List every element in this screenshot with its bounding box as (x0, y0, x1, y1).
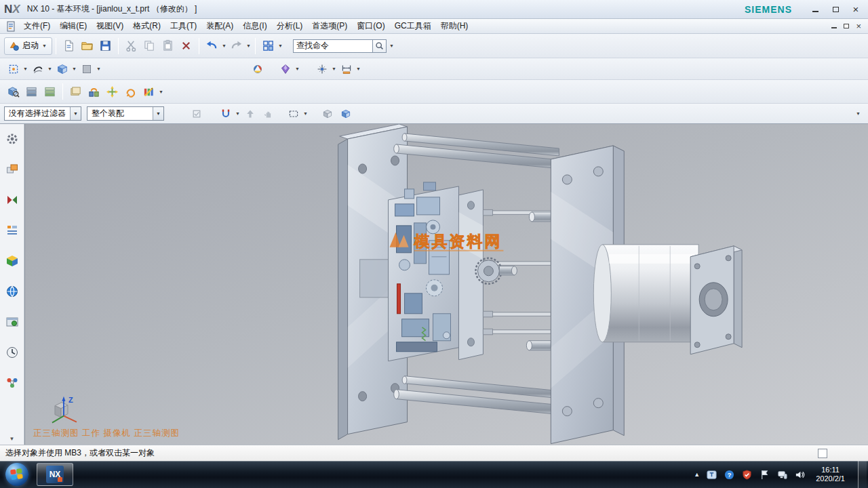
part-navigator-icon[interactable] (3, 221, 22, 240)
measure-button[interactable] (337, 60, 355, 78)
material-edit-button[interactable] (276, 60, 294, 78)
window-maximize-button[interactable] (830, 5, 841, 14)
action-center-flag-icon[interactable] (759, 469, 770, 481)
find-command-dropdown[interactable]: ▼ (389, 43, 395, 48)
mold-core-assembly[interactable] (389, 182, 459, 361)
toolbar-overflow-button[interactable]: ▼ (855, 111, 861, 116)
copy-button[interactable] (140, 37, 159, 55)
child-restore-button[interactable] (844, 24, 849, 28)
servo-motor[interactable] (593, 245, 698, 342)
render-style-dropdown[interactable]: ▼ (47, 66, 53, 71)
system-materials-icon[interactable] (3, 373, 22, 392)
save-button[interactable] (96, 37, 115, 55)
taskbar-clock[interactable]: 16:11 2020/2/1 (816, 466, 845, 483)
menu-view[interactable]: 视图(V) (92, 19, 128, 33)
menu-help[interactable]: 帮助(H) (436, 19, 473, 33)
cut-button[interactable] (122, 37, 140, 55)
fit-view-dropdown[interactable]: ▼ (22, 66, 28, 71)
menu-window[interactable]: 窗口(O) (352, 19, 389, 33)
hd3d-tools-icon[interactable] (3, 312, 22, 331)
snap-enable-dropdown[interactable]: ▼ (235, 111, 241, 116)
menu-tools[interactable]: 工具(T) (165, 19, 201, 33)
child-minimize-button[interactable] (831, 24, 837, 28)
shaded-view-button[interactable] (53, 60, 71, 78)
general-object-button[interactable] (318, 104, 336, 123)
undo-button[interactable] (203, 37, 221, 55)
menu-analysis[interactable]: 分析(L) (272, 19, 308, 33)
measure-dropdown[interactable]: ▼ (355, 66, 361, 71)
show-desktop-button[interactable] (858, 461, 867, 488)
bookmark-button[interactable] (66, 83, 85, 101)
highlight-selection-button[interactable] (187, 104, 205, 123)
open-file-button[interactable] (78, 37, 96, 55)
background-color-button[interactable] (77, 60, 96, 78)
touch-mode-dropdown[interactable]: ▼ (277, 43, 283, 48)
nx-taskbar-button[interactable]: NX (37, 463, 73, 486)
open-by-proximity-button[interactable] (22, 83, 41, 101)
redo-button[interactable] (227, 37, 245, 55)
menu-format[interactable]: 格式(R) (128, 19, 165, 33)
move-component-button[interactable] (103, 83, 121, 101)
redo-dropdown[interactable]: ▼ (245, 43, 252, 48)
find-component-button[interactable] (4, 83, 22, 101)
new-file-button[interactable] (60, 37, 78, 55)
menu-edit[interactable]: 编辑(E) (55, 19, 92, 33)
move-up-button[interactable] (241, 104, 259, 123)
fit-view-button[interactable] (4, 60, 22, 78)
find-command-input[interactable] (293, 39, 373, 53)
window-close-button[interactable]: × (850, 5, 861, 14)
assembly-sequence-button[interactable] (140, 83, 158, 101)
viewport-3d-canvas[interactable]: 模具资料网 Z (25, 124, 868, 445)
resource-bar-more-button[interactable]: ▼ (9, 436, 15, 442)
selection-scope-combo[interactable]: 整个装配 ▼ (87, 106, 164, 121)
background-color-dropdown[interactable]: ▼ (96, 66, 102, 71)
hidden-icons-arrow[interactable]: ▲ (694, 471, 700, 478)
menu-information[interactable]: 信息(I) (238, 19, 271, 33)
help-icon[interactable]: ? (724, 469, 735, 481)
start-menu-button[interactable]: 启动 ▼ (4, 37, 52, 55)
paste-button[interactable] (159, 37, 177, 55)
graphics-viewport[interactable]: 模具资料网 Z 正三轴测图 工作 摄像机 正三轴测图 (24, 124, 868, 445)
window-minimize-button[interactable] (810, 5, 821, 14)
menu-file[interactable]: 文件(F) (19, 19, 55, 33)
history-icon[interactable] (3, 343, 22, 362)
roles-gear-icon[interactable] (3, 129, 22, 148)
material-edit-dropdown[interactable]: ▼ (294, 66, 300, 71)
show-product-outline-button[interactable] (41, 83, 59, 101)
snap-enable-button[interactable] (216, 104, 235, 123)
status-grip-icon[interactable] (818, 449, 827, 458)
reuse-library-icon[interactable] (3, 251, 22, 270)
rectangle-select-button[interactable] (284, 104, 302, 123)
render-style-button[interactable] (28, 60, 47, 78)
web-browser-icon[interactable] (3, 282, 22, 301)
constraint-navigator-icon[interactable] (3, 190, 22, 209)
pan-select-button[interactable] (259, 104, 277, 123)
show-degrees-of-freedom-button[interactable] (121, 83, 140, 101)
gearbox-flange[interactable] (690, 246, 742, 354)
menu-preferences[interactable]: 首选项(P) (307, 19, 352, 33)
view-name-label: 正三轴测图 工作 摄像机 正三轴测图 (33, 428, 180, 439)
selection-filter-combo[interactable]: 没有选择过滤器 ▼ (4, 106, 81, 121)
touch-mode-button[interactable] (259, 37, 277, 55)
ime-indicator-icon[interactable] (706, 469, 717, 481)
start-button[interactable] (5, 463, 28, 486)
windows-flag-icon (10, 468, 24, 481)
menu-assemblies[interactable]: 装配(A) (201, 19, 238, 33)
assembly-sequence-dropdown[interactable]: ▼ (158, 89, 164, 94)
assembly-constraints-button[interactable] (85, 83, 103, 101)
undo-dropdown[interactable]: ▼ (221, 43, 227, 48)
volume-icon[interactable] (794, 469, 806, 481)
search-icon[interactable] (373, 39, 387, 53)
snap-point-dropdown[interactable]: ▼ (331, 66, 337, 71)
snap-point-button[interactable] (313, 60, 331, 78)
rectangle-select-dropdown[interactable]: ▼ (302, 111, 309, 116)
assembly-navigator-icon[interactable] (3, 160, 22, 179)
visualization-preferences-button[interactable] (248, 60, 267, 78)
delete-button[interactable] (177, 37, 195, 55)
menu-gc-toolbox[interactable]: GC工具箱 (390, 19, 436, 33)
security-icon[interactable] (741, 469, 753, 481)
shaded-view-dropdown[interactable]: ▼ (71, 66, 77, 71)
child-close-button[interactable]: × (856, 21, 861, 31)
network-icon[interactable] (776, 469, 788, 481)
shaded-object-button[interactable] (336, 104, 355, 123)
